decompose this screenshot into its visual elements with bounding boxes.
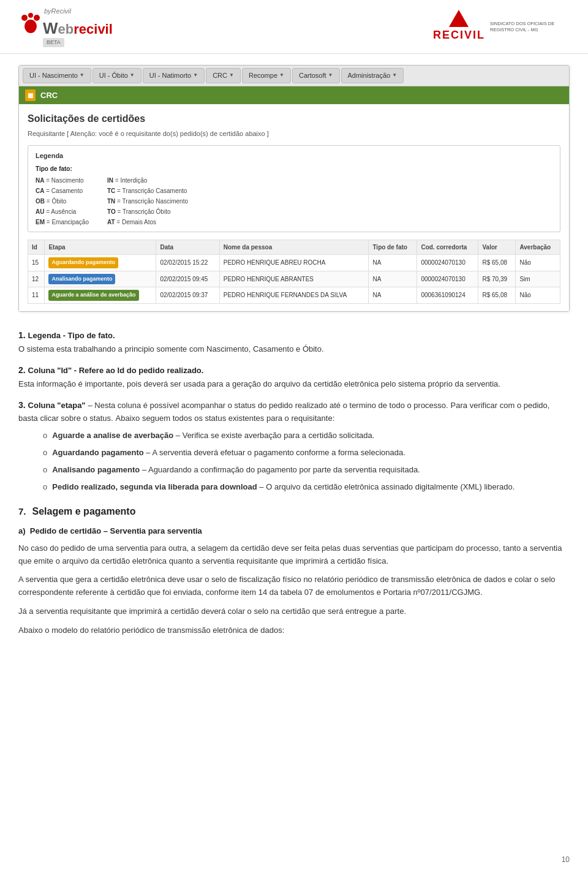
webrecivil-icon [18,12,42,35]
chevron-icon: ▼ [229,72,234,79]
crc-content: Solicitações de certidões Requisitante [… [19,104,569,311]
col-data: Data [156,240,219,255]
cell-data: 02/02/2015 09:45 [156,271,219,287]
logo-recivil-right: RECIVIL SINDICATO DOS OFICIAIS DE REGIST… [433,10,570,44]
chevron-icon: ▼ [193,72,198,79]
cell-tipo: NA [369,271,417,287]
legenda-item-tc: TC = Transcrição Casamento [107,186,188,195]
cell-id: 15 [28,255,45,271]
recivil-subtitle: SINDICATO DOS OFICIAIS DE REGISTRO CIVIL… [490,21,570,33]
col-tipo: Tipo de fato [369,240,417,255]
status-badge[interactable]: Aguardando pagamento [48,257,118,268]
section-3-title: Coluna "etapa" [28,401,86,410]
para-1: No caso do pedido de uma serventia para … [18,542,570,568]
nav-crc[interactable]: CRC ▼ [206,68,241,83]
cell-etapa[interactable]: Aguarde a análise de averbação [45,287,156,304]
section-7-title: Selagem e pagamento [32,504,136,519]
page-title: Solicitações de certidões [28,112,560,126]
svg-point-0 [21,15,28,21]
crc-icon: ▦ [25,89,36,101]
logo-web-text: eb [58,19,74,39]
nav-obito[interactable]: UI - Óbito ▼ [92,68,141,83]
section-3: 3. Coluna "etapa" – Nesta coluna é possí… [18,399,570,494]
cell-valor: R$ 70,39 [478,271,516,287]
item-text: Aguardando pagamento – A serventia dever… [52,447,405,459]
page-header: byRecivil W eb recivil BETA RECIVIL SIND… [0,0,588,54]
nav-cartosoft[interactable]: Cartosoft ▼ [292,68,340,83]
cell-etapa[interactable]: Aguardando pagamento [45,255,156,271]
chevron-icon: ▼ [130,72,135,79]
logo-w-letter: W [43,17,58,40]
status-badge[interactable]: Analisando pagamento [48,274,115,285]
subsection-a-label: a) Pedido de certidão – Serventia para s… [18,525,570,537]
legenda-item-au: AU = Ausência [36,207,89,216]
section-1-title: Legenda - Tipo de fato. [28,331,115,340]
cell-data: 02/02/2015 15:22 [156,255,219,271]
chevron-icon: ▼ [80,72,85,79]
para-4: Abaixo o modelo do relatório periódico d… [18,624,570,637]
legenda-item-tn: TN = Transcrição Nascimento [107,197,188,206]
status-list: o Aguarde a analise de averbação – Verif… [43,429,570,494]
col-averbacao: Averbação [516,240,560,255]
list-item-analisando: o Analisando pagamento – Aguardando a co… [43,464,570,476]
cell-cod: 0000024070130 [417,271,478,287]
legenda-item-na: NA = Nascimento [36,176,89,185]
col-cod: Cod. corredorta [417,240,478,255]
nav-bar: UI - Nascimento ▼ UI - Óbito ▼ UI - Nati… [19,66,569,86]
col-id: Id [28,240,45,255]
section-2-title: Coluna "Id" - Refere ao Id do pedido rea… [28,366,204,375]
legenda-item-to: TO = Transcrição Óbito [107,207,188,216]
section-3-desc3: Abaixo seguem todos os status existentes… [116,414,335,423]
item-text: Pedido realizado, segunda via liberada p… [52,481,514,493]
legenda-item-em: EM = Emancipação [36,218,89,227]
cell-cod: 0006361090124 [417,287,478,304]
subsection-a: a) Pedido de certidão – Serventia para s… [18,525,570,537]
chevron-icon: ▼ [279,72,284,79]
legenda-col-right: IN = Interdição TC = Transcrição Casamen… [107,176,188,227]
requisitante-notice: Requisitante [ Atenção: você é o requisi… [28,129,560,139]
screenshot-box: UI - Nascimento ▼ UI - Óbito ▼ UI - Nati… [18,65,570,312]
by-recivil-label: byRecivil [44,6,113,17]
nav-natimorto[interactable]: UI - Natimorto ▼ [143,68,205,83]
certidoes-table: Id Etapa Data Nome da pessoa Tipo de fat… [28,240,560,304]
chevron-icon: ▼ [392,72,397,79]
cell-data: 02/02/2015 09:37 [156,287,219,304]
cell-etapa[interactable]: Analisando pagamento [45,271,156,287]
cell-tipo: NA [369,255,417,271]
svg-point-1 [28,13,33,18]
nav-administracao[interactable]: Administração ▼ [341,68,404,83]
tipo-fato-label: Tipo de fato: [36,164,552,173]
cell-cod: 0000024070130 [417,255,478,271]
table-row: 12 Analisando pagamento 02/02/2015 09:45… [28,271,560,287]
beta-label: BETA [43,38,64,48]
list-item-aguardando: o Aguardando pagamento – A serventia dev… [43,447,570,459]
table-row: 15 Aguardando pagamento 02/02/2015 15:22… [28,255,560,271]
crc-bar: ▦ CRC [19,86,569,105]
list-item-pedido: o Pedido realizado, segunda via liberada… [43,481,570,493]
col-valor: Valor [478,240,516,255]
section-1-desc: O sistema esta trabalhando a principio s… [18,343,570,355]
col-etapa: Etapa [45,240,156,255]
section-1: 1. Legenda - Tipo de fato. O sistema est… [18,329,570,355]
bullet-icon: o [43,464,47,476]
svg-point-3 [24,20,37,33]
chevron-icon: ▼ [328,72,333,79]
para-3: Já a serventia requisitante que imprimir… [18,605,570,618]
status-badge[interactable]: Aguarde a análise de averbação [48,290,138,301]
list-item-averbacao: o Aguarde a analise de averbação – Verif… [43,429,570,442]
legenda-title: Legenda [36,151,552,161]
legenda-content: NA = Nascimento CA = Casamento OB = Óbit… [36,176,552,227]
nav-recompe[interactable]: Recompe ▼ [242,68,291,83]
svg-point-2 [34,15,40,21]
logo-webrecivil: byRecivil W eb recivil BETA [18,6,113,47]
item-text: Analisando pagamento – Aguardando a conf… [52,464,420,476]
cell-averbacao: Não [516,287,560,304]
logo-recivil-text: recivil [74,19,113,39]
cell-averbacao: Sim [516,271,560,287]
cell-nome: PEDRO HENRIQUE ABRANTES [219,271,369,287]
recivil-triangle [449,10,469,27]
nav-nascimento[interactable]: UI - Nascimento ▼ [23,68,91,83]
section-1-num: 1. [18,330,26,340]
section-3-num: 3. [18,400,26,410]
crc-title: CRC [40,89,58,102]
